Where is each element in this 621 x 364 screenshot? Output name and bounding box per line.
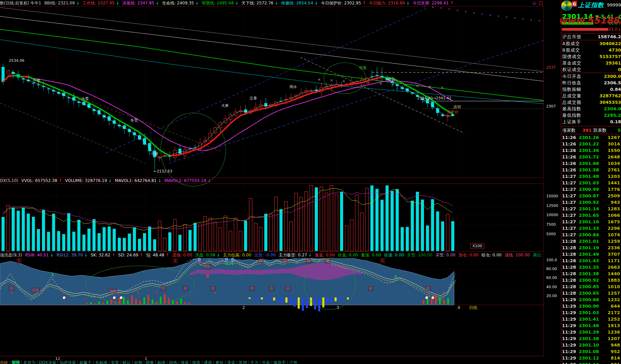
tab-默认[interactable]: 默认	[123, 360, 131, 364]
buy-signal-marker: 买	[285, 286, 291, 291]
tab-买卖[interactable]: 买卖	[111, 360, 119, 364]
tab-顶底[interactable]: 顶底	[181, 360, 189, 364]
tick-price: 2301.49	[577, 251, 601, 257]
tab-吴存为[interactable]: 吴存为	[23, 360, 36, 364]
tick-volume: 1034	[601, 160, 620, 167]
tick-row[interactable]: 11:282301.011259	[561, 238, 621, 245]
tab-管理[interactable]: 管理	[12, 360, 20, 364]
index-name[interactable]: 上证指数	[578, 1, 604, 9]
tick-row[interactable]: 11:272300.991776	[561, 186, 621, 193]
tick-time: 11:26	[561, 141, 577, 147]
tab-常用[interactable]: 常用	[239, 360, 247, 364]
tab-标准[interactable]: 标准	[157, 360, 166, 364]
tick-row[interactable]: 11:272301.031441	[561, 180, 621, 186]
sell-signal-marker: 卖	[258, 258, 263, 263]
tick-row[interactable]: 11:282301.352663	[561, 264, 621, 271]
oscillator-indicator-value: 顶线: 100.00	[505, 253, 530, 257]
tick-volume: 1776	[601, 186, 620, 193]
oscillator-indicator-value: SK: 32.62 ↑	[91, 253, 115, 257]
tick-price: 2301.16	[577, 362, 601, 364]
indicator-value: 终极线: 2654.54 ↓	[281, 1, 318, 5]
tick-row[interactable]: 11:272301.141283	[561, 206, 621, 212]
tick-row[interactable]: 11:282301.192336	[561, 245, 621, 251]
tick-volume: 1252	[601, 316, 620, 322]
tick-row[interactable]: 11:292301.12814	[561, 355, 621, 362]
tick-row[interactable]: 11:292300.661232	[561, 297, 621, 303]
tab-面板[interactable]: 面板	[0, 360, 8, 364]
tick-row[interactable]: 11:302301.16901	[561, 362, 621, 364]
tick-row[interactable]: 11:292301.10948	[561, 342, 621, 349]
tick-row[interactable]: 11:272301.651066	[561, 212, 621, 219]
maximize-icon[interactable]: □	[539, 0, 543, 5]
tick-row[interactable]: 11:272301.332296	[561, 225, 621, 232]
chart-annotation: 冬至	[130, 118, 138, 123]
tick-row[interactable]: 11:262301.261267	[561, 135, 621, 141]
advancers-count: 391	[582, 127, 592, 134]
buy-signal-marker: 买	[9, 286, 14, 291]
oscillator-indicator-value: 价顶: 0.00	[384, 253, 404, 257]
trend-arrow-icon: ↓	[313, 1, 318, 5]
diamond-icon[interactable]: ◇	[533, 0, 536, 5]
up-arrow-icon: ↑	[155, 291, 158, 295]
tick-row[interactable]: 11:262301.661034	[561, 160, 621, 167]
tab-按盘[interactable]: 按盘	[192, 360, 200, 364]
tab-江恩[interactable]: 江恩	[289, 360, 297, 364]
period-label[interactable]: 日线	[469, 305, 477, 311]
sell-signal-marker: 卖	[16, 258, 22, 263]
tick-row[interactable]: 11:272301.101675	[561, 219, 621, 225]
tick-row[interactable]: 11:262301.223014	[561, 141, 621, 148]
tick-price: 2300.66	[577, 297, 601, 303]
tick-row[interactable]: 11:292301.411252	[561, 316, 621, 323]
tab-量价[interactable]: 量价	[215, 360, 224, 364]
tick-row[interactable]: 11:292301.08952	[561, 349, 621, 355]
tick-row[interactable]: 11:282301.493707	[561, 251, 621, 258]
tab-长标准[interactable]: 长标准	[95, 360, 108, 364]
quote-row-label: 总成交额	[562, 99, 581, 106]
tick-row[interactable]: 11:282301.381440	[561, 271, 621, 277]
tick-row[interactable]: 11:292301.461913	[561, 323, 621, 329]
tick-row[interactable]: 11:262301.361550	[561, 148, 621, 154]
tab-生命[interactable]: 生命	[262, 360, 270, 364]
tick-row[interactable]: 11:262301.722648	[561, 154, 621, 160]
tab-主力[interactable]: 主力	[250, 360, 258, 364]
tab-DDX决策[interactable]: DDX决策	[39, 360, 56, 364]
tab-操盘手[interactable]: 操盘手	[273, 360, 286, 364]
tick-row[interactable]: 11:282300.651257	[561, 290, 621, 297]
sell-signal-marker: 卖	[173, 258, 178, 263]
tick-row[interactable]: 11:292301.391236	[561, 329, 621, 336]
oscillator-axis-label: 80.00	[546, 267, 557, 271]
tab-趋热[interactable]: 趋热	[169, 360, 177, 364]
tab-能量[interactable]: 能量	[146, 360, 154, 364]
oscillator-axis-label: 100.0	[546, 258, 557, 262]
tick-row[interactable]: 11:292301.381207	[561, 336, 621, 342]
tab-通道[interactable]: 通道	[204, 360, 212, 364]
trend-arrow-icon: ↓	[307, 253, 312, 257]
tick-list[interactable]: 11:262301.26126711:262301.22301411:26230…	[561, 135, 621, 364]
tick-row[interactable]: 11:292301.032172	[561, 310, 621, 316]
volume-axis-label: 12500	[546, 204, 558, 208]
oscillator-indicator-value: 量顶: 0.00	[361, 253, 381, 257]
pane-corner-icons[interactable]: ◇ □	[533, 0, 543, 5]
tab-短期[interactable]: 短期	[134, 360, 142, 364]
tick-row[interactable]: 11:292300.90644	[561, 303, 621, 310]
tick-price: 2301.33	[577, 225, 601, 232]
tick-time: 11:28	[561, 264, 577, 270]
indicator-value: 智慧线: 2495.68 ↓	[202, 1, 238, 5]
oscillator-indicator-value: 轻仓: 0.00	[482, 253, 502, 257]
tick-row[interactable]: 11:262301.582761	[561, 167, 621, 173]
tick-row[interactable]: 11:282301.431171	[561, 258, 621, 264]
tick-row[interactable]: 11:272301.481203	[561, 173, 621, 180]
tick-volume: 2172	[601, 310, 620, 316]
indicator-value: 天下线: 2572.76 ↓	[241, 1, 278, 5]
tick-row[interactable]: 11:282300.921883	[561, 277, 621, 284]
tab-资金[interactable]: 资金	[227, 360, 235, 364]
signal-ball-icon	[432, 296, 435, 299]
tick-row[interactable]: 11:282300.851010	[561, 284, 621, 290]
tick-row[interactable]: 11:272300.872509	[561, 193, 621, 199]
tab-超赢王[interactable]: 超赢王	[80, 360, 92, 364]
tick-row[interactable]: 11:272300.92943	[561, 199, 621, 206]
broker-logo-icon	[561, 0, 572, 11]
tick-volume: 3014	[601, 141, 620, 147]
tick-row[interactable]: 11:272300.841074	[561, 232, 621, 238]
tab-SUP决策[interactable]: SUP决策	[60, 360, 76, 364]
